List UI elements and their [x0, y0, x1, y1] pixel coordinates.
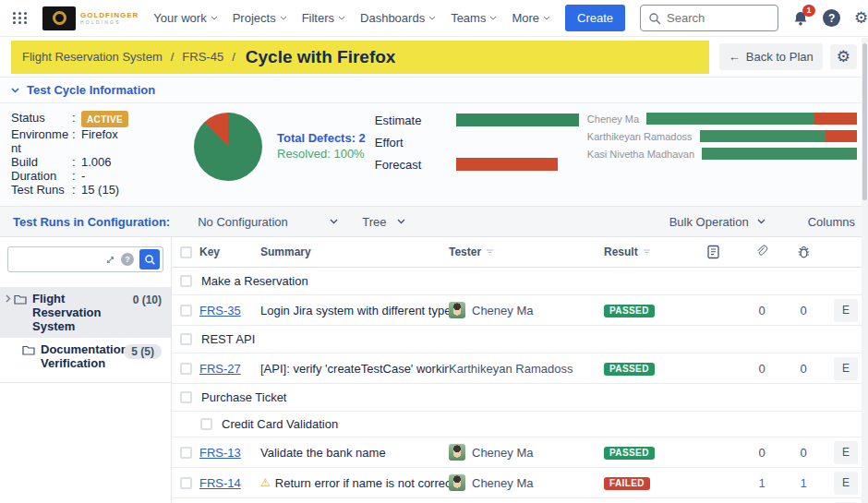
search-help-icon[interactable]: ?	[121, 253, 134, 266]
issue-key-link[interactable]: FRS-13	[199, 446, 241, 460]
passed-bar-segment	[700, 130, 826, 142]
back-to-plan-button[interactable]: ← Back to Plan	[719, 43, 823, 70]
cycle-settings-button[interactable]: ⚙	[830, 44, 857, 69]
column-header-defects[interactable]	[783, 245, 824, 259]
cycle-info-header[interactable]: Test Cycle Information	[0, 78, 868, 103]
column-header-comments[interactable]	[685, 245, 741, 259]
settings-gear-icon[interactable]: ⚙	[854, 10, 868, 26]
table-row-group: Purchase Ticket	[172, 384, 868, 412]
result-badge[interactable]: PASSED	[604, 447, 655, 460]
nav-item-dashboards[interactable]: Dashboards	[360, 11, 436, 25]
breadcrumb-row: Flight Reservation System / FRS-45 / Cyc…	[0, 37, 868, 78]
bug-icon	[797, 245, 811, 259]
filter-icon[interactable]	[643, 248, 651, 257]
page-scrollbar[interactable]	[862, 38, 868, 503]
attachment-count[interactable]: 1	[741, 476, 783, 490]
field-label: Build	[11, 155, 72, 169]
chevron-down-icon	[489, 16, 497, 20]
tree-node-count: 5 (5)	[124, 344, 162, 359]
cycle-info-fields: Status:ACTIVE Environment:Firefox Build:…	[11, 111, 183, 197]
tree-search-input[interactable]	[14, 253, 100, 266]
global-search[interactable]	[640, 5, 778, 31]
filter-icon[interactable]	[486, 248, 494, 257]
estimate-label: Estimate	[375, 114, 456, 127]
forecast-label: Forecast	[375, 158, 456, 172]
execute-button[interactable]: E	[834, 357, 858, 380]
table-row-subgroup: Credit Card Validation	[172, 412, 868, 437]
app-switcher-icon[interactable]	[13, 12, 28, 24]
column-header-key[interactable]: Key	[199, 246, 260, 258]
tester-progress-row: Kasi Nivetha Madhavan	[587, 148, 857, 160]
row-checkbox[interactable]	[180, 447, 192, 459]
brand-logo[interactable]: GOLDFINGER HOLDINGS	[42, 6, 139, 30]
row-checkbox[interactable]	[180, 275, 192, 287]
effort-label: Effort	[375, 136, 456, 150]
tester-name[interactable]: Karthikeyan Ramadoss	[449, 362, 573, 376]
tester-progress-row: Karthikeyan Ramadoss	[587, 130, 857, 142]
tester-name[interactable]: Cheney Ma	[472, 304, 533, 317]
select-all-checkbox[interactable]	[180, 246, 192, 258]
row-checkbox[interactable]	[180, 305, 192, 317]
row-checkbox[interactable]	[180, 477, 192, 489]
execute-button[interactable]: E	[834, 441, 858, 464]
issue-key-link[interactable]: FRS-35	[199, 304, 241, 317]
column-header-summary[interactable]: Summary	[260, 246, 449, 258]
execute-button[interactable]: E	[834, 299, 858, 322]
nav-item-projects[interactable]: Projects	[233, 11, 287, 25]
test-cycle-information-section: Test Cycle Information Status:ACTIVE Env…	[0, 78, 868, 207]
columns-button[interactable]: Columns	[808, 215, 855, 229]
breadcrumb-issue[interactable]: FRS-45	[182, 50, 223, 64]
nav-item-more[interactable]: More	[512, 11, 550, 25]
nav-item-teams[interactable]: Teams	[451, 11, 497, 25]
summary-cell[interactable]: [API]: verify 'createTestCase' working a…	[260, 362, 449, 376]
summary-cell[interactable]: Validate the bank name	[260, 446, 449, 460]
table-header: Key Summary Tester Result	[172, 237, 868, 268]
tree-search-button[interactable]	[139, 249, 160, 269]
tree-node-flight-reservation-system[interactable]: Flight Reservation System 0 (10)	[0, 287, 171, 338]
execute-button[interactable]: E	[834, 472, 858, 495]
test-runs-table: Key Summary Tester Result M	[172, 237, 868, 503]
search-icon	[144, 254, 156, 266]
row-checkbox[interactable]	[180, 391, 192, 403]
scrollbar-thumb[interactable]	[862, 43, 867, 200]
result-badge[interactable]: PASSED	[604, 305, 655, 317]
issue-key-link[interactable]: FRS-27	[199, 362, 241, 376]
summary-cell[interactable]: Return error if name is not correct	[275, 476, 449, 490]
create-button[interactable]: Create	[565, 5, 625, 31]
result-badge[interactable]: FAILED	[604, 477, 650, 490]
chevron-down-icon	[428, 16, 436, 20]
configuration-dropdown[interactable]: No Configuration	[198, 215, 338, 229]
issue-key-link[interactable]: FRS-14	[199, 476, 241, 490]
tree-search-box[interactable]: ?	[7, 246, 163, 272]
nav-item-your-work[interactable]: Your work	[153, 11, 217, 25]
column-header-attachments[interactable]	[741, 245, 783, 259]
tester-progress-row: Cheney Ma	[587, 113, 857, 125]
view-mode-dropdown[interactable]: Tree	[362, 215, 405, 229]
field-value: -	[81, 169, 183, 183]
notifications-button[interactable]: 1	[792, 10, 809, 27]
breadcrumb-project[interactable]: Flight Reservation System	[22, 50, 163, 64]
tester-name[interactable]: Cheney Ma	[472, 446, 533, 460]
row-checkbox[interactable]	[200, 418, 212, 430]
group-label: REST API	[201, 332, 255, 346]
column-header-result[interactable]: Result	[604, 246, 685, 258]
column-header-tester[interactable]: Tester	[449, 246, 604, 258]
table-row-group: Make a Reservation	[172, 268, 868, 295]
row-checkbox[interactable]	[180, 363, 192, 375]
notes-icon	[706, 245, 720, 259]
nav-item-filters[interactable]: Filters	[302, 11, 345, 25]
defect-count[interactable]: 1	[783, 476, 824, 490]
summary-cell[interactable]: Login Jira system with different types o…	[260, 304, 449, 317]
folder-icon	[22, 344, 35, 355]
result-badge[interactable]: PASSED	[604, 363, 655, 376]
expand-arrows-icon[interactable]	[105, 255, 115, 265]
tree-node-documentation-verification[interactable]: Documentation Verification 5 (5)	[0, 338, 171, 375]
status-badge: ACTIVE	[81, 111, 128, 127]
row-checkbox[interactable]	[180, 333, 192, 345]
help-button[interactable]: ?	[823, 9, 840, 27]
total-defects-label: Total Defects: 2	[277, 131, 366, 145]
bulk-operation-dropdown[interactable]: Bulk Operation	[669, 215, 766, 229]
global-search-input[interactable]	[667, 11, 759, 25]
tester-name-label: Kasi Nivetha Madhavan	[587, 149, 694, 160]
tester-name[interactable]: Cheney Ma	[472, 476, 533, 490]
